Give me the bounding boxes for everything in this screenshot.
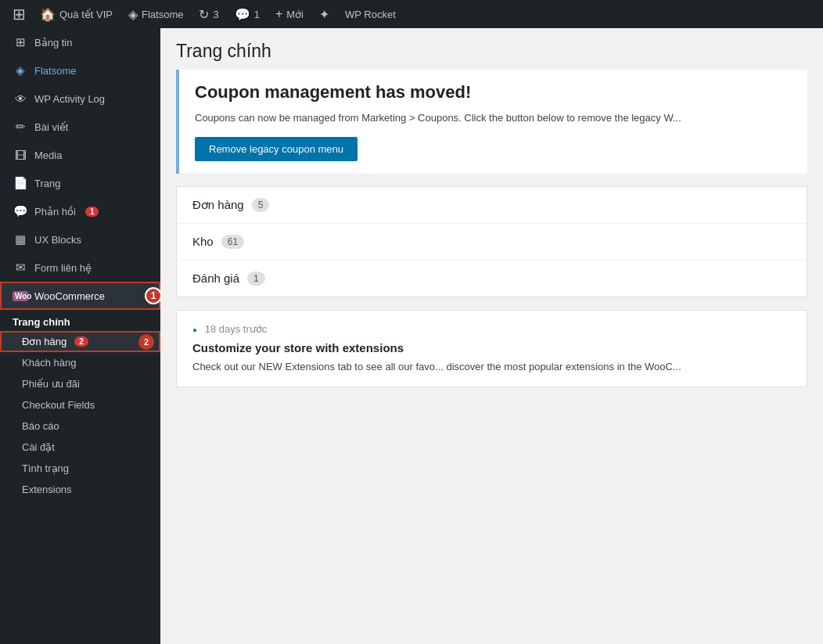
submenu-item-don-hang[interactable]: Đơn hàng 2 2	[0, 331, 160, 352]
submenu-label-don-hang: Đơn hàng	[22, 336, 66, 347]
submenu-item-phieu-uu-dai[interactable]: Phiếu ưu đãi	[0, 373, 160, 394]
page-title: Trang chính	[160, 28, 823, 70]
sidebar-item-posts[interactable]: ✏ Bài viết	[0, 113, 160, 141]
adminbar-flatsome[interactable]: ◈ Flatsome	[120, 0, 191, 28]
plus-icon: +	[275, 7, 282, 21]
adminbar-wprocket[interactable]: WP Rocket	[337, 0, 404, 28]
content-area: Trang chính Coupon management has moved!…	[160, 28, 823, 644]
sidebar-label-woocommerce: WooCommerce	[34, 290, 105, 302]
submenu-header: Trang chính	[0, 310, 160, 331]
submenu-label-cai-dat: Cài đặt	[22, 441, 55, 453]
days-ago-text: 18 days trước	[205, 323, 268, 335]
extension-heading: Customize your store with extensions	[192, 341, 791, 354]
sidebar-label-forms: Form liên hệ	[34, 262, 92, 274]
submenu-label-extensions: Extensions	[22, 484, 72, 495]
submenu-label-khach-hang: Khách hàng	[22, 357, 76, 369]
stat-row-reviews: Đánh giá 1	[177, 261, 807, 297]
dashboard-icon: ⊞	[13, 35, 28, 49]
flatsome-sidebar-icon: ◈	[13, 63, 28, 77]
stats-section: Đơn hàng 5 Kho 61 Đánh giá 1	[176, 186, 807, 297]
submenu-label-checkout-fields: Checkout Fields	[22, 399, 95, 411]
submenu-label-phieu-uu-dai: Phiếu ưu đãi	[22, 378, 80, 390]
adminbar-flatsome-label: Flatsome	[142, 9, 183, 20]
coupon-notice: Coupon management has moved! Coupons can…	[176, 70, 807, 174]
submenu-item-bao-cao[interactable]: Báo cáo	[0, 416, 160, 437]
adminbar-updates-count: 3	[213, 9, 218, 20]
adminbar-updates[interactable]: ↻ 3	[191, 0, 226, 28]
forms-icon: ✉	[13, 261, 28, 275]
stat-row-inventory: Kho 61	[177, 224, 807, 261]
stat-label-orders: Đơn hàng	[192, 198, 244, 212]
sidebar-label-comments: Phản hồi	[34, 206, 76, 218]
sidebar-item-flatsome[interactable]: ◈ Flatsome	[0, 56, 160, 85]
adminbar-comments-count: 1	[254, 9, 260, 20]
extension-notice: ● 18 days trước Customize your store wit…	[176, 310, 807, 388]
stat-label-inventory: Kho	[192, 235, 214, 248]
stat-count-inventory: 61	[221, 235, 244, 249]
don-hang-badge: 2	[74, 336, 88, 347]
comments-badge: 1	[85, 207, 99, 217]
sidebar-label-pages: Trang	[34, 178, 60, 189]
stat-count-reviews: 1	[247, 272, 265, 286]
sidebar-item-dashboard[interactable]: ⊞ Bảng tin	[0, 28, 160, 56]
step-1-badge: 1	[145, 287, 160, 304]
stat-label-reviews: Đánh giá	[192, 272, 239, 285]
adminbar-wprocket-label: WP Rocket	[345, 9, 396, 20]
sidebar: ⊞ Bảng tin ◈ Flatsome 👁 WP Activity Log …	[0, 28, 160, 644]
submenu-item-khach-hang[interactable]: Khách hàng	[0, 352, 160, 373]
sidebar-item-comments[interactable]: 💬 Phản hồi 1	[0, 197, 160, 225]
submenu-item-checkout-fields[interactable]: Checkout Fields	[0, 394, 160, 416]
adminbar-yoast[interactable]: ✦	[311, 0, 337, 28]
sidebar-item-pages[interactable]: 📄 Trang	[0, 169, 160, 197]
days-ago: ● 18 days trước	[192, 323, 791, 335]
comments-sidebar-icon: 💬	[13, 204, 28, 218]
extension-description: Check out our NEW Extensions tab to see …	[192, 359, 791, 375]
sidebar-label-wpactivity: WP Activity Log	[34, 93, 105, 105]
sidebar-item-wpactivity[interactable]: 👁 WP Activity Log	[0, 85, 160, 113]
admin-bar: ⊞ 🏠 Quà tết VIP ◈ Flatsome ↻ 3 💬 1 + Mới…	[0, 0, 823, 28]
notice-description: Coupons can now be managed from Marketin…	[195, 110, 792, 126]
pages-icon: 📄	[13, 176, 28, 190]
home-icon: 🏠	[40, 7, 56, 22]
yoast-icon: ✦	[319, 7, 329, 22]
stat-row-orders: Đơn hàng 5	[177, 187, 807, 224]
adminbar-comments[interactable]: 💬 1	[227, 0, 268, 28]
adminbar-home-label: Quà tết VIP	[59, 9, 113, 20]
wpactivity-icon: 👁	[13, 92, 28, 106]
sidebar-label-dashboard: Bảng tin	[34, 37, 72, 49]
submenu-item-extensions[interactable]: Extensions	[0, 479, 160, 500]
posts-icon: ✏	[13, 120, 28, 134]
stat-count-orders: 5	[252, 198, 270, 212]
uxblocks-icon: ▦	[13, 232, 28, 246]
sidebar-label-posts: Bài viết	[34, 121, 68, 133]
submenu-item-cai-dat[interactable]: Cài đặt	[0, 437, 160, 458]
comments-icon: 💬	[235, 7, 250, 22]
flatsome-icon: ◈	[128, 7, 138, 22]
main-layout: ⊞ Bảng tin ◈ Flatsome 👁 WP Activity Log …	[0, 28, 823, 644]
sidebar-item-uxblocks[interactable]: ▦ UX Blocks	[0, 225, 160, 254]
sidebar-item-media[interactable]: 🎞 Media	[0, 141, 160, 169]
notice-heading: Coupon management has moved!	[195, 82, 792, 103]
dot-icon: ●	[192, 326, 197, 334]
media-icon: 🎞	[13, 149, 28, 162]
adminbar-new-label: Mới	[286, 9, 304, 20]
adminbar-home[interactable]: 🏠 Quà tết VIP	[32, 0, 120, 28]
sidebar-item-forms[interactable]: ✉ Form liên hệ	[0, 254, 160, 282]
submenu-label-bao-cao: Báo cáo	[22, 420, 59, 432]
updates-icon: ↻	[199, 7, 209, 22]
sidebar-item-woocommerce[interactable]: Woo WooCommerce 1	[0, 282, 160, 310]
woocommerce-icon: Woo	[13, 291, 28, 301]
remove-legacy-coupon-button[interactable]: Remove legacy coupon menu	[195, 137, 358, 161]
sidebar-label-uxblocks: UX Blocks	[34, 234, 81, 246]
step-2-badge: 2	[138, 334, 154, 350]
submenu-label-tinh-trang: Tình trạng	[22, 462, 69, 474]
sidebar-label-flatsome: Flatsome	[34, 65, 76, 77]
sidebar-label-media: Media	[34, 149, 62, 161]
submenu-item-tinh-trang[interactable]: Tình trạng	[0, 458, 160, 479]
adminbar-new[interactable]: + Mới	[268, 0, 311, 28]
wp-logo-icon[interactable]: ⊞	[6, 5, 32, 23]
